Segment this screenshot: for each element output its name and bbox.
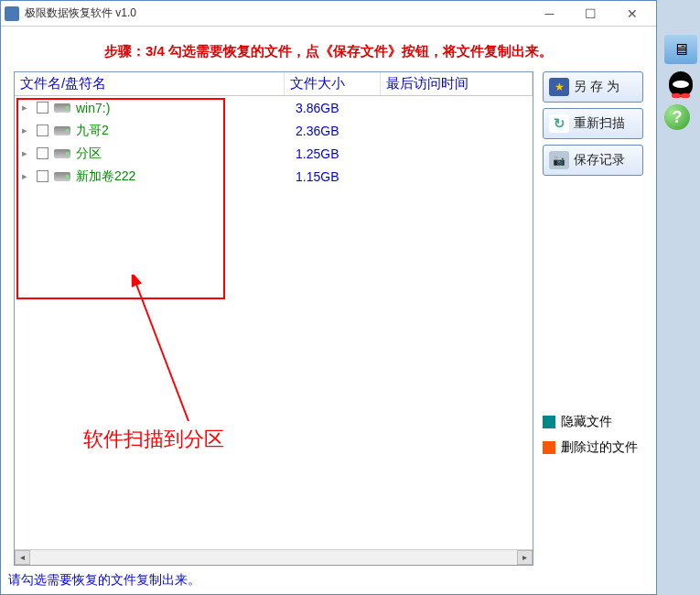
close-button[interactable]: ✕ xyxy=(611,2,652,26)
table-row[interactable]: ▸ win7:) 3.86GB xyxy=(15,96,533,119)
star-icon xyxy=(549,78,569,96)
expand-icon[interactable]: ▸ xyxy=(22,102,33,114)
side-panel: 另 存 为 重新扫描 保存记录 隐藏文件 删除过的文件 xyxy=(533,71,643,566)
legend-color-icon xyxy=(543,416,555,428)
right-dock: 🖥 ? xyxy=(660,26,700,130)
checkbox[interactable] xyxy=(37,102,48,114)
legend-label: 删除过的文件 xyxy=(561,439,638,456)
button-label: 另 存 为 xyxy=(574,79,619,95)
table-row[interactable]: ▸ 新加卷222 1.15GB xyxy=(15,165,533,188)
scroll-track[interactable] xyxy=(30,550,517,565)
refresh-icon xyxy=(549,114,569,133)
file-size: 1.15GB xyxy=(277,169,373,184)
expand-icon[interactable]: ▸ xyxy=(22,147,33,159)
checkbox[interactable] xyxy=(37,147,48,159)
col-size[interactable]: 文件大小 xyxy=(285,72,381,95)
legend-label: 隐藏文件 xyxy=(561,414,612,430)
drive-icon xyxy=(54,149,70,158)
annotation-arrow xyxy=(124,275,207,430)
window-title: 极限数据恢复软件 v1.0 xyxy=(25,5,529,21)
app-icon xyxy=(5,6,19,21)
qq-icon[interactable] xyxy=(664,70,697,99)
file-name: win7:) xyxy=(76,101,277,115)
expand-icon[interactable]: ▸ xyxy=(22,170,33,182)
file-name: 九哥2 xyxy=(76,123,277,139)
checkbox[interactable] xyxy=(37,124,48,136)
svg-line-0 xyxy=(135,282,188,421)
horizontal-scrollbar[interactable]: ◂ ▸ xyxy=(15,549,533,565)
camera-icon xyxy=(549,151,569,169)
button-label: 保存记录 xyxy=(574,152,625,168)
file-list-panel: 文件名/盘符名 文件大小 最后访问时间 ▸ win7:) 3.86GB ▸ 九哥… xyxy=(14,71,533,566)
button-label: 重新扫描 xyxy=(574,115,625,132)
table-row[interactable]: ▸ 分区 1.25GB xyxy=(15,142,533,165)
save-as-button[interactable]: 另 存 为 xyxy=(543,71,643,103)
expand-icon[interactable]: ▸ xyxy=(22,124,33,136)
checkbox[interactable] xyxy=(37,170,48,182)
legend-deleted: 删除过的文件 xyxy=(543,439,643,456)
list-body: ▸ win7:) 3.86GB ▸ 九哥2 2.36GB ▸ xyxy=(15,96,533,548)
scroll-right-icon[interactable]: ▸ xyxy=(517,550,533,565)
legend-color-icon xyxy=(543,441,555,454)
file-size: 2.36GB xyxy=(277,124,373,138)
app-window: 极限数据恢复软件 v1.0 ─ ☐ ✕ 步骤：3/4 勾选需要恢复的文件，点《保… xyxy=(0,0,657,595)
legend: 隐藏文件 删除过的文件 xyxy=(543,414,643,465)
status-bar: 请勾选需要恢复的文件复制出来。 xyxy=(1,568,208,592)
titlebar[interactable]: 极限数据恢复软件 v1.0 ─ ☐ ✕ xyxy=(1,1,656,27)
save-log-button[interactable]: 保存记录 xyxy=(543,145,643,176)
scroll-left-icon[interactable]: ◂ xyxy=(15,550,30,565)
drive-icon xyxy=(54,172,70,181)
file-name: 新加卷222 xyxy=(76,168,277,185)
file-size: 1.25GB xyxy=(277,146,373,161)
col-time[interactable]: 最后访问时间 xyxy=(381,72,533,95)
help-icon[interactable]: ? xyxy=(664,104,690,130)
list-header: 文件名/盘符名 文件大小 最后访问时间 xyxy=(15,72,533,96)
file-name: 分区 xyxy=(76,146,277,162)
step-message: 步骤：3/4 勾选需要恢复的文件，点《保存文件》按钮，将文件复制出来。 xyxy=(1,27,656,71)
legend-hidden: 隐藏文件 xyxy=(543,414,643,430)
col-name[interactable]: 文件名/盘符名 xyxy=(15,72,285,95)
drive-icon xyxy=(54,103,70,113)
table-row[interactable]: ▸ 九哥2 2.36GB xyxy=(15,119,533,142)
file-size: 3.86GB xyxy=(277,101,373,115)
minimize-button[interactable]: ─ xyxy=(529,2,570,26)
annotation-text: 软件扫描到分区 xyxy=(83,426,224,453)
maximize-button[interactable]: ☐ xyxy=(570,2,611,26)
monitor-icon[interactable]: 🖥 xyxy=(664,35,697,64)
rescan-button[interactable]: 重新扫描 xyxy=(543,108,643,139)
drive-icon xyxy=(54,126,70,135)
